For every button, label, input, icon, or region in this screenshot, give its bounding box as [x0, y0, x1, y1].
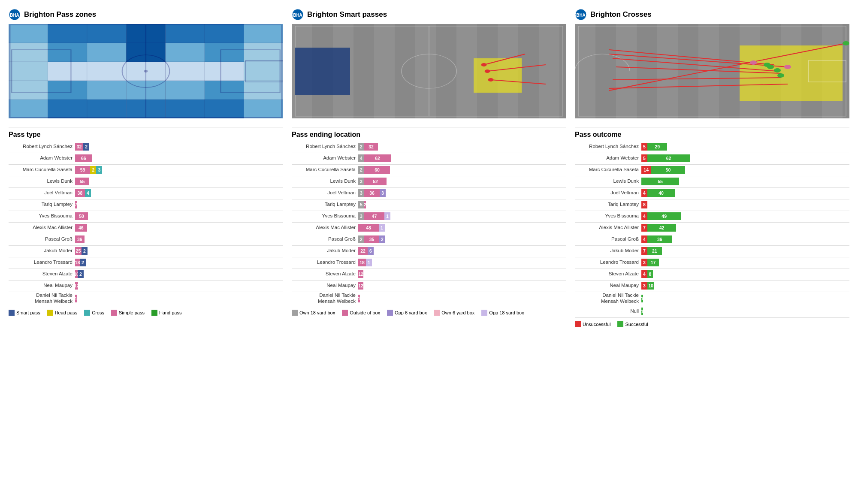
brighton-icon: BHA [9, 9, 21, 21]
player-name: Lewis Dunk [292, 178, 358, 184]
bar-container: 181 [358, 259, 566, 266]
svg-rect-32 [87, 100, 126, 118]
bar-smart: 2 [80, 259, 86, 266]
bar-unsuccessful: 3 [641, 259, 647, 266]
bar-opp6: 2 [379, 235, 385, 243]
svg-rect-13 [166, 43, 205, 62]
player-name: Joël Veltman [292, 190, 358, 196]
smart-passes-viz [292, 24, 566, 118]
bar-container: 2352 [358, 235, 566, 243]
table-row: Daniel Nii TackieMensah Welbeck1 [292, 293, 566, 305]
table-row: Tariq Lamptey7 [9, 200, 283, 209]
player-name: Marc Cucurella Saseta [575, 167, 641, 173]
bar-container: 742 [641, 224, 849, 232]
legend-swatch-opp18 [481, 310, 487, 316]
bar-successful: 10 [647, 282, 654, 290]
pass-outcome-title: Pass outcome [575, 127, 849, 139]
player-name: Adam Webster [292, 155, 358, 161]
player-name: Pascal Groß [575, 236, 641, 242]
player-name: Neal Maupay [575, 283, 641, 289]
bar-successful: 1 [641, 295, 643, 302]
bar-container: 317 [641, 259, 849, 266]
crosses-viz [575, 24, 849, 118]
bar-container: 52 [358, 201, 566, 208]
bar-unsuccessful: 3 [641, 282, 647, 290]
svg-rect-26 [126, 81, 165, 100]
svg-rect-7 [205, 24, 244, 43]
bar-container: 48 [641, 270, 849, 278]
svg-rect-11 [87, 43, 126, 62]
bar-simple: 7 [75, 201, 77, 208]
player-name: Leandro Trossard [292, 260, 358, 266]
player-name: Lewis Dunk [9, 178, 75, 184]
player-name: Alexis Mac Allister [575, 225, 641, 231]
bar-unsuccessful: 8 [641, 201, 647, 208]
bar-outside: 22 [358, 247, 368, 255]
bar-successful: 21 [647, 247, 662, 255]
bar-outside: 12 [358, 270, 363, 278]
legend-label-unsuccessful: Unsuccessful [583, 322, 610, 327]
player-name: Pascal Groß [9, 236, 75, 242]
bar-simple: 32 [75, 143, 83, 151]
bar-container: 352 [358, 178, 566, 185]
table-row: Tariq Lamptey52 [292, 200, 566, 209]
svg-rect-4 [87, 24, 126, 43]
top-row: BHA Brighton Pass zones BHA Brighton Sma… [9, 9, 849, 118]
pass-zones-label: Brighton Pass zones [24, 10, 96, 19]
svg-rect-15 [244, 43, 283, 62]
bar-outside: 60 [364, 166, 390, 174]
pass-type-panel: Pass type Robert Lynch Sánchez322Adam We… [9, 127, 283, 327]
legend-swatch-head [47, 310, 53, 316]
bar-successful: 8 [647, 270, 653, 278]
legend-smart-pass: Smart pass [9, 310, 40, 316]
crosses-panel: BHA Brighton Crosses [575, 9, 849, 118]
svg-rect-20 [166, 62, 205, 81]
player-name: Yves Bissouma [292, 213, 358, 219]
player-name: Marc Cucurella Saseta [292, 167, 358, 173]
bar-container: 66 [75, 154, 283, 162]
bar-container: 436 [641, 235, 849, 243]
bar-own18: 3 [358, 178, 364, 185]
legend-swatch-own6 [434, 310, 440, 316]
table-row: Lewis Dunk55 [575, 177, 849, 186]
svg-point-86 [774, 68, 781, 72]
player-name: Leandro Trossard [575, 260, 641, 266]
svg-point-91 [784, 65, 791, 69]
legend-swatch-own18 [292, 310, 298, 316]
pass-zones-panel: BHA Brighton Pass zones [9, 9, 283, 118]
bar-outside: 48 [358, 224, 379, 232]
legend-label-smart: Smart pass [16, 310, 40, 315]
pass-zones-title: BHA Brighton Pass zones [9, 9, 283, 21]
table-row: Pascal Groß36 [9, 235, 283, 244]
player-name: Robert Lynch Sánchez [292, 144, 358, 150]
legend-label-own6: Own 6 yard box [441, 310, 474, 315]
bar-unsuccessful: 4 [641, 189, 647, 197]
table-row: Adam Webster462 [292, 154, 566, 163]
pass-ending-title: Pass ending location [292, 127, 566, 139]
svg-rect-68 [575, 24, 595, 118]
bar-container: 7 [75, 201, 283, 208]
bar-container: 226 [358, 247, 566, 255]
table-row: Tariq Lamptey8 [575, 200, 849, 209]
pass-outcome-chart: Robert Lynch Sánchez529Adam Webster562Ma… [575, 142, 849, 318]
table-row: Robert Lynch Sánchez529 [575, 142, 849, 151]
bottom-row: Pass type Robert Lynch Sánchez322Adam We… [9, 127, 849, 327]
bar-own18: 3 [358, 189, 364, 197]
svg-rect-30 [9, 100, 48, 118]
table-row: Yves Bissouma50 [9, 211, 283, 221]
smart-passes-title: BHA Brighton Smart passes [292, 9, 566, 21]
bar-container: 260 [358, 166, 566, 174]
table-row: Lewis Dunk352 [292, 177, 566, 186]
player-name: Tariq Lamptey [292, 202, 358, 208]
bar-own18: 2 [358, 143, 364, 151]
bar-successful: 17 [647, 259, 659, 266]
bar-container: 3363 [358, 189, 566, 197]
legend-hand-pass: Hand pass [151, 310, 182, 316]
bar-container: 36 [75, 235, 283, 243]
bar-container: 384 [75, 189, 283, 197]
svg-point-87 [777, 73, 784, 78]
bar-head: 2 [90, 166, 96, 174]
player-name: Jakub Moder [9, 248, 75, 254]
bar-container: 449 [641, 212, 849, 220]
bar-container: 102 [75, 270, 283, 278]
